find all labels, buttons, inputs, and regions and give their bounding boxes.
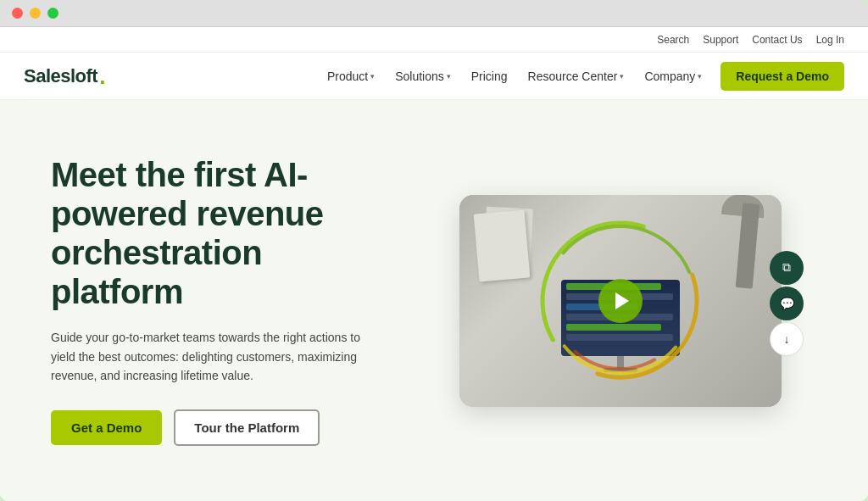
paper-stack xyxy=(474,209,531,281)
site-logo[interactable]: Salesloft. xyxy=(24,65,105,87)
circle-overlay xyxy=(536,216,705,386)
get-demo-button[interactable]: Get a Demo xyxy=(51,410,162,445)
product-chevron-icon: ▾ xyxy=(370,72,375,81)
browser-window: Search Support Contact Us Log In Saleslo… xyxy=(0,0,868,501)
hero-subtitle: Guide your go-to-market teams towards th… xyxy=(51,328,373,385)
minimize-button[interactable] xyxy=(30,8,41,19)
support-link[interactable]: Support xyxy=(703,34,738,46)
fullscreen-button[interactable] xyxy=(47,8,58,19)
nav-item-solutions[interactable]: Solutions ▾ xyxy=(387,64,459,88)
request-demo-button[interactable]: Request a Demo xyxy=(721,62,844,91)
tour-platform-button[interactable]: Tour the Platform xyxy=(174,409,320,446)
main-nav: Salesloft. Product ▾ Solutions ▾ Pricing… xyxy=(0,53,868,100)
hero-video[interactable] xyxy=(459,195,782,407)
browser-content: Search Support Contact Us Log In Saleslo… xyxy=(0,27,868,501)
login-link[interactable]: Log In xyxy=(816,34,844,46)
hero-buttons: Get a Demo Tour the Platform xyxy=(51,409,398,446)
utility-bar: Search Support Contact Us Log In xyxy=(0,27,868,53)
scroll-down-button[interactable]: ↓ xyxy=(770,322,804,356)
nav-item-pricing[interactable]: Pricing xyxy=(463,64,516,88)
hero-content: Meet the first AI-powered revenue orches… xyxy=(51,155,424,445)
hero-title: Meet the first AI-powered revenue orches… xyxy=(51,155,398,311)
nav-item-company[interactable]: Company ▾ xyxy=(636,64,710,88)
hero-section: Meet the first AI-powered revenue orches… xyxy=(0,100,868,501)
copy-action-button[interactable]: ⧉ xyxy=(770,251,804,285)
close-button[interactable] xyxy=(12,8,23,19)
hero-visual: ⧉ 💬 ↓ xyxy=(424,195,817,407)
side-actions: ⧉ 💬 ↓ xyxy=(770,251,804,356)
solutions-chevron-icon: ▾ xyxy=(447,72,451,81)
search-link[interactable]: Search xyxy=(657,34,689,46)
chat-action-button[interactable]: 💬 xyxy=(770,287,804,320)
nav-item-resources[interactable]: Resource Center ▾ xyxy=(520,64,633,88)
play-icon xyxy=(615,292,629,309)
contact-link[interactable]: Contact Us xyxy=(752,34,802,46)
nav-item-product[interactable]: Product ▾ xyxy=(319,64,383,88)
play-button[interactable] xyxy=(598,279,643,323)
browser-titlebar xyxy=(0,0,868,27)
logo-text: Salesloft xyxy=(24,65,97,87)
resources-chevron-icon: ▾ xyxy=(620,72,624,81)
nav-links: Product ▾ Solutions ▾ Pricing Resource C… xyxy=(319,62,844,91)
logo-dot: . xyxy=(99,65,105,87)
company-chevron-icon: ▾ xyxy=(698,72,702,81)
